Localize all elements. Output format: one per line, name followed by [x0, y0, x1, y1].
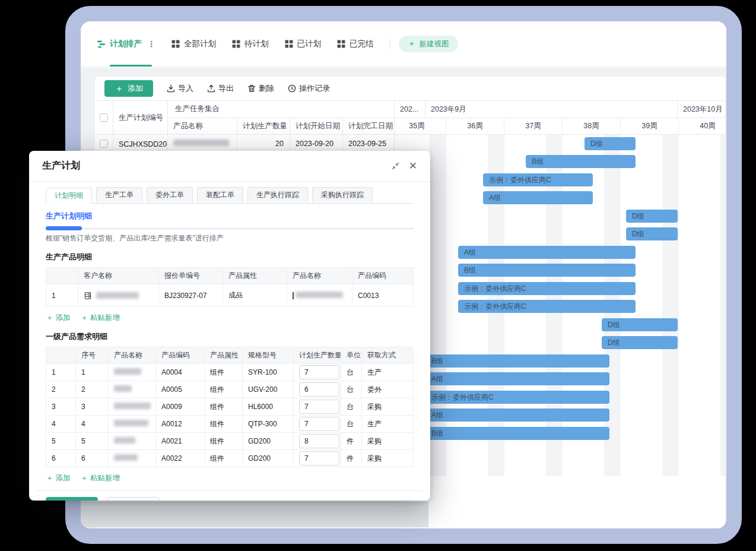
- product-table-header-row: 客户名称 报价单编号 产品属性 产品名称 产品编码: [46, 268, 414, 284]
- active-tab-underline: [110, 65, 152, 66]
- redacted-customer-name: [96, 292, 139, 299]
- delete-label: 删除: [259, 83, 274, 94]
- plan-caption: 根据"销售订单交货期、产品出库/生产需求量表"进行排产: [46, 233, 414, 243]
- qty-cell: [294, 364, 341, 381]
- product-name-cell: [109, 364, 156, 381]
- qty-cell: [294, 381, 341, 398]
- index-cell: 6: [46, 450, 76, 467]
- save-draft-button[interactable]: 保存草稿: [107, 497, 159, 501]
- redacted-product-name: [296, 292, 343, 298]
- gantt-bar[interactable]: B组: [410, 354, 609, 368]
- step-progress: [46, 226, 414, 230]
- tab-pending-plans[interactable]: 待计划: [232, 39, 269, 49]
- qty-input[interactable]: [299, 451, 339, 466]
- code-cell: A0012: [156, 416, 205, 433]
- gantt-week-label: 37周: [504, 118, 563, 134]
- modal-tab-assembly-order[interactable]: 装配工单: [197, 187, 243, 202]
- method-cell: 采购: [362, 398, 414, 416]
- redacted-product-name: [114, 437, 135, 444]
- row-checkbox[interactable]: [100, 140, 108, 148]
- gantt-plan-icon: [97, 40, 106, 49]
- qty-input[interactable]: [299, 400, 339, 414]
- index-cell: 3: [46, 398, 76, 416]
- gantt-bar[interactable]: B组: [526, 155, 636, 168]
- gantt-bar[interactable]: 示例：委外供应商C: [483, 173, 593, 186]
- gantt-bar[interactable]: A组: [458, 246, 636, 259]
- add-row-link[interactable]: ＋ 添加: [46, 312, 70, 323]
- gantt-bar[interactable]: 示例：委外供应商C: [458, 300, 636, 313]
- gantt-bar[interactable]: 示例：委外供应商C: [410, 391, 609, 404]
- demand-table-row[interactable]: 44A0012组件QTP-300台生产: [46, 416, 414, 433]
- product-name-cell: [287, 284, 352, 307]
- demand-table-row[interactable]: 11A0004组件SYR-100台生产: [46, 364, 414, 381]
- tab-all-plans[interactable]: 全部计划: [171, 39, 216, 49]
- new-view-button[interactable]: ＋ 新建视图: [399, 36, 458, 52]
- modal-header: 生产计划 ✕: [29, 151, 430, 182]
- gantt-bar[interactable]: 示例：委外供应商C: [458, 282, 636, 295]
- grid-icon: [171, 40, 180, 48]
- demand-table-row[interactable]: 66A0022组件GD200件采购: [46, 450, 414, 467]
- gantt-bar[interactable]: A组: [483, 191, 593, 204]
- col-plan-qty: 计划生产数量: [237, 118, 290, 135]
- modal-tab-production-order[interactable]: 生产工单: [96, 187, 142, 202]
- modal-tab-outsource-order[interactable]: 委外工单: [147, 187, 193, 202]
- qty-input[interactable]: [299, 434, 339, 448]
- qty-input[interactable]: [299, 365, 339, 379]
- add-button[interactable]: ＋ 添加: [104, 80, 153, 97]
- col-qty: 计划生产数量: [294, 347, 341, 364]
- tab-completed[interactable]: 已完结: [337, 39, 374, 49]
- qty-cell: [294, 450, 341, 467]
- export-icon: [207, 84, 215, 93]
- gantt-bar[interactable]: D组: [602, 336, 678, 349]
- tab-more-icon[interactable]: ⋮: [147, 39, 155, 49]
- gantt-bar[interactable]: A组: [410, 408, 609, 422]
- code-cell: A0021: [156, 433, 205, 450]
- submit-button[interactable]: 提交: [46, 497, 98, 501]
- tab-label: 全部计划: [184, 39, 216, 49]
- unit-cell: 件: [341, 450, 362, 467]
- import-button[interactable]: 导入: [167, 83, 193, 94]
- modal-title: 生产计划: [42, 160, 382, 172]
- progress-track: [46, 228, 414, 229]
- demand-table-row[interactable]: 55A0021组件GD200件采购: [46, 433, 414, 450]
- col-index: [46, 268, 78, 284]
- new-view-label: 新建视图: [420, 39, 449, 49]
- method-cell: 生产: [362, 416, 414, 433]
- unit-cell: 件: [341, 433, 362, 450]
- close-icon[interactable]: ✕: [409, 161, 417, 171]
- method-cell: 采购: [362, 433, 414, 450]
- tab-planned[interactable]: 已计划: [285, 39, 322, 49]
- delete-button[interactable]: 删除: [247, 83, 274, 94]
- demand-table-row[interactable]: 22A0005组件UGV-200台委外: [46, 381, 414, 398]
- select-all-checkbox[interactable]: [100, 113, 108, 122]
- modal-tab-production-tracking[interactable]: 生产执行跟踪: [247, 187, 308, 202]
- qty-input[interactable]: [299, 382, 339, 397]
- tab-label: 已计划: [297, 39, 322, 49]
- gantt-week-label: 38周: [563, 118, 621, 134]
- gantt-bar[interactable]: D组: [602, 318, 678, 331]
- gantt-bar[interactable]: D组: [626, 210, 678, 223]
- gantt-bar[interactable]: D组: [626, 227, 678, 240]
- collapse-icon[interactable]: [392, 162, 399, 170]
- gantt-bar[interactable]: A组: [410, 372, 609, 385]
- demand-table-row[interactable]: 33A0009组件HL6000台采购: [46, 398, 414, 416]
- gantt-bar[interactable]: B组: [458, 264, 636, 277]
- history-button[interactable]: 操作记录: [288, 83, 330, 94]
- modal-tab-purchase-tracking[interactable]: 采购执行跟踪: [312, 187, 373, 202]
- add-row-link[interactable]: ＋ 添加: [46, 473, 70, 483]
- paste-add-link[interactable]: ＋ 粘贴新增: [80, 473, 119, 483]
- weekend-stripe: [430, 135, 446, 476]
- qty-input[interactable]: [299, 417, 339, 431]
- product-table-row[interactable]: 1 BJ230927-07 成品 C0013: [46, 284, 414, 307]
- tabbar-divider: [390, 39, 390, 49]
- redacted-product-name: [114, 420, 148, 426]
- tab-plan-scheduling[interactable]: 计划排产 ⋮: [97, 39, 155, 49]
- modal-tab-plan-detail[interactable]: 计划明细: [46, 188, 92, 204]
- export-button[interactable]: 导出: [207, 83, 234, 94]
- paste-add-link[interactable]: ＋ 粘贴新增: [80, 312, 119, 323]
- section-plan-detail-title: 生产计划明细: [46, 211, 414, 221]
- gantt-bar[interactable]: B组: [410, 427, 609, 440]
- seq-cell: 6: [76, 450, 109, 467]
- seq-cell: 5: [76, 433, 109, 450]
- gantt-bar[interactable]: D组: [585, 137, 636, 150]
